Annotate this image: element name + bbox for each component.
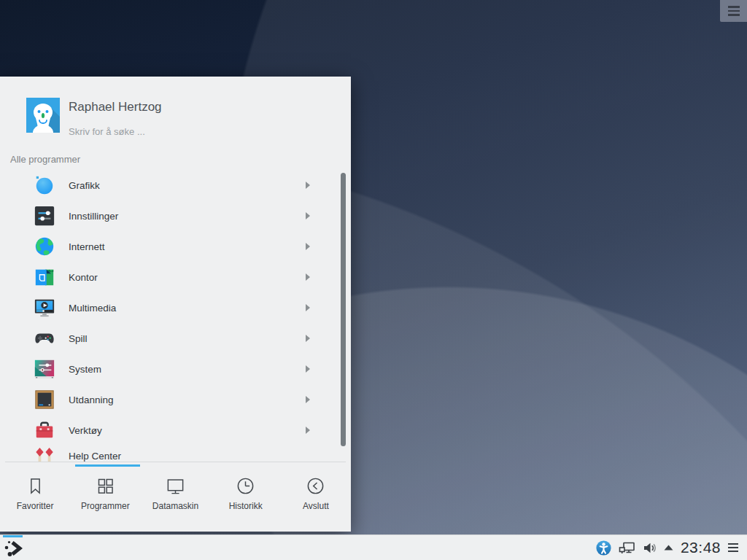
category-internett[interactable]: Internett	[0, 231, 351, 262]
category-label: Help Center	[69, 446, 121, 462]
category-label: Kontor	[69, 272, 98, 283]
application-launcher-button[interactable]	[4, 539, 23, 558]
tab-label: Favoritter	[17, 501, 54, 511]
system-tray: 23:48	[596, 535, 747, 560]
category-multimedia[interactable]: Multimedia	[0, 292, 351, 323]
user-avatar-face	[26, 98, 60, 133]
category-label: Innstillinger	[69, 211, 118, 222]
system-category-icon	[34, 358, 55, 380]
submenu-arrow-icon	[305, 212, 310, 219]
category-label: Verktøy	[69, 425, 102, 436]
tabbar-separator	[5, 462, 346, 462]
submenu-arrow-icon	[305, 365, 310, 373]
network-icon[interactable]	[619, 541, 635, 555]
office-category-icon	[34, 266, 55, 288]
volume-icon[interactable]	[643, 541, 657, 555]
category-label: Multimedia	[69, 303, 116, 314]
category-verktoy[interactable]: Verktøy	[0, 415, 351, 446]
category-system[interactable]: System	[0, 354, 351, 384]
submenu-arrow-icon	[305, 396, 310, 403]
launcher-active-indicator	[3, 535, 23, 537]
graphics-category-icon	[34, 174, 55, 196]
category-utdanning[interactable]: Utdanning	[0, 384, 351, 415]
category-spill[interactable]: Spill	[0, 323, 351, 354]
category-list: Grafikk Innstillinger Int	[0, 170, 351, 462]
tools-category-icon	[34, 419, 55, 441]
category-label: Utdanning	[69, 394, 114, 405]
section-label-all-programs: Alle programmer	[10, 154, 80, 165]
submenu-arrow-icon	[305, 243, 310, 250]
games-category-icon	[34, 327, 55, 349]
category-kontor[interactable]: Kontor	[0, 262, 351, 292]
education-category-icon	[34, 389, 55, 411]
bookmark-icon	[26, 476, 45, 496]
category-label: Spill	[69, 333, 88, 344]
scrollbar-thumb[interactable]	[341, 173, 346, 446]
accessibility-icon[interactable]	[596, 540, 611, 556]
kde-plasma-logo	[4, 539, 23, 558]
submenu-arrow-icon	[305, 304, 310, 311]
kickoff-tabbar: Favoritter Programmer Datamaskin Histori…	[0, 467, 351, 532]
tab-programmer[interactable]: Programmer	[70, 467, 140, 532]
kickoff-application-launcher: Raphael Hertzog Skriv for å søke ... All…	[0, 77, 351, 532]
settings-category-icon	[34, 205, 55, 227]
taskbar-panel: 23:48	[0, 534, 747, 560]
computer-icon	[166, 476, 185, 496]
tab-label: Programmer	[81, 501, 130, 511]
submenu-arrow-icon	[305, 182, 310, 189]
submenu-arrow-icon	[305, 273, 310, 281]
apps-grid-icon	[96, 476, 115, 496]
panel-overflow-button[interactable]	[728, 543, 738, 552]
category-label: Grafikk	[69, 180, 100, 191]
tab-label: Historikk	[229, 501, 263, 511]
tab-datamaskin[interactable]: Datamaskin	[140, 467, 210, 532]
tab-historikk[interactable]: Historikk	[211, 467, 281, 532]
category-label: Internett	[69, 241, 105, 252]
tab-label: Datamaskin	[152, 501, 198, 511]
help-center-category-icon	[34, 446, 55, 462]
expand-up-arrow-icon[interactable]	[664, 545, 673, 551]
submenu-arrow-icon	[305, 335, 310, 342]
user-avatar[interactable]	[26, 98, 60, 133]
desktop-toolbox-button[interactable]	[720, 0, 747, 22]
clock-icon	[236, 476, 255, 496]
search-input[interactable]: Skriv for å søke ...	[69, 126, 287, 137]
multimedia-category-icon	[34, 297, 55, 319]
tab-label: Avslutt	[303, 501, 329, 511]
tab-avslutt[interactable]: Avslutt	[281, 467, 351, 532]
category-label: System	[69, 364, 101, 375]
tab-favoritter[interactable]: Favoritter	[0, 467, 70, 532]
leave-icon	[306, 476, 325, 496]
category-grafikk[interactable]: Grafikk	[0, 170, 351, 201]
digital-clock[interactable]: 23:48	[681, 539, 721, 556]
internet-category-icon	[34, 236, 55, 257]
user-name: Raphael Hertzog	[69, 100, 162, 114]
submenu-arrow-icon	[305, 427, 310, 434]
category-help-center[interactable]: Help Center	[0, 446, 351, 462]
category-innstillinger[interactable]: Innstillinger	[0, 201, 351, 231]
